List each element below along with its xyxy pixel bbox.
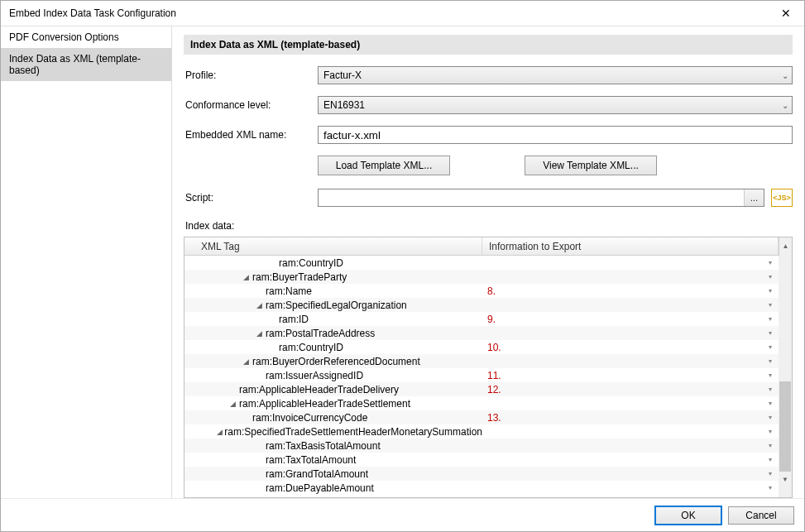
info-cell[interactable]: ▾ — [482, 298, 779, 312]
conformance-select[interactable]: EN16931 ⌄ — [318, 96, 793, 114]
xml-tag-cell: ◢ram:BuyerOrderReferencedDocument — [184, 354, 482, 368]
titlebar: Embed Index Data Task Configuration ✕ — [1, 1, 804, 26]
table-row[interactable]: ram:IssuerAssignedID11.▾ — [184, 368, 779, 382]
dropdown-icon[interactable]: ▾ — [765, 259, 775, 266]
dropdown-icon[interactable]: ▾ — [765, 386, 775, 393]
table-row[interactable]: ◢ram:SpecifiedLegalOrganization▾ — [184, 298, 779, 312]
info-cell[interactable]: ▾ — [482, 256, 779, 270]
dropdown-icon[interactable]: ▾ — [765, 428, 775, 435]
dropdown-icon[interactable]: ▾ — [765, 414, 775, 421]
dropdown-icon[interactable]: ▾ — [765, 357, 775, 365]
edit-script-button[interactable]: <JS> — [771, 189, 793, 207]
sidebar-item-index-data-xml[interactable]: Index Data as XML (template-based) — [1, 48, 171, 81]
xml-tag-cell: ram:Name — [184, 284, 482, 298]
scroll-up-button[interactable]: ▲ — [779, 237, 792, 256]
info-cell[interactable]: ▾ — [482, 424, 779, 439]
info-cell[interactable]: 8.▾ — [482, 284, 779, 298]
close-button[interactable]: ✕ — [767, 1, 804, 26]
table-row[interactable]: ram:ApplicableHeaderTradeDelivery12.▾ — [184, 382, 779, 396]
xml-tag-cell: ◢ram:PostalTradeAddress — [184, 326, 482, 340]
table-row[interactable]: ram:DuePayableAmount▾ — [184, 481, 779, 495]
xml-tag-cell: ram:CountryID — [184, 256, 482, 270]
xml-tag-text: ram:BuyerOrderReferencedDocument — [252, 356, 420, 367]
table-row[interactable]: ram:Name8.▾ — [184, 284, 779, 298]
table-row[interactable]: ◢ram:SpecifiedTradeSettlementHeaderMonet… — [184, 424, 779, 439]
browse-button[interactable]: … — [744, 189, 764, 206]
tree-toggle-icon[interactable]: ◢ — [254, 301, 264, 309]
table-row[interactable]: ram:CountryID10.▾ — [184, 340, 779, 354]
load-template-button[interactable]: Load Template XML... — [318, 156, 450, 175]
scroll-thumb[interactable] — [779, 381, 791, 472]
cancel-button[interactable]: Cancel — [728, 506, 794, 525]
profile-select[interactable]: Factur-X ⌄ — [318, 66, 793, 84]
table-row[interactable]: ram:InvoiceCurrencyCode13.▾ — [184, 410, 779, 424]
tree-toggle-icon[interactable]: ◢ — [241, 273, 251, 281]
vertical-scrollbar[interactable]: ▼ — [779, 256, 792, 497]
xml-tag-cell: ◢ram:SpecifiedLegalOrganization — [184, 298, 482, 312]
table-row[interactable]: ram:ID9.▾ — [184, 312, 779, 326]
info-cell[interactable]: ▾ — [482, 396, 779, 410]
xmlname-input[interactable] — [318, 126, 793, 144]
table-row[interactable]: ram:CountryID▾ — [184, 256, 779, 270]
ellipsis-icon: … — [750, 194, 759, 203]
dropdown-icon[interactable]: ▾ — [765, 400, 775, 407]
table-row[interactable]: ram:TaxTotalAmount▾ — [184, 453, 779, 467]
ok-button[interactable]: OK — [655, 506, 721, 525]
xml-tag-text: ram:PostalTradeAddress — [266, 328, 375, 339]
table-row[interactable]: ◢ram:PostalTradeAddress▾ — [184, 326, 779, 340]
info-cell[interactable]: ▾ — [482, 270, 779, 284]
dropdown-icon[interactable]: ▾ — [765, 470, 775, 477]
script-input[interactable] — [319, 189, 744, 206]
dropdown-icon[interactable]: ▾ — [765, 442, 775, 449]
info-cell[interactable]: ▾ — [482, 326, 779, 340]
table-row[interactable]: ◢ram:BuyerOrderReferencedDocument▾ — [184, 354, 779, 368]
table-row[interactable]: ◢ram:ApplicableHeaderTradeSettlement▾ — [184, 396, 779, 410]
grid-body: ram:CountryID▾◢ram:BuyerTradeParty▾ram:N… — [184, 256, 792, 497]
info-cell[interactable]: ▾ — [482, 481, 779, 495]
dropdown-icon[interactable]: ▾ — [765, 273, 775, 280]
table-row[interactable]: ◢ram:BuyerTradeParty▾ — [184, 270, 779, 284]
tree-toggle-icon[interactable]: ◢ — [217, 428, 223, 436]
xml-tag-cell: ◢ram:ApplicableHeaderTradeSettlement — [184, 396, 482, 410]
xml-tag-text: ram:IssuerAssignedID — [266, 370, 363, 381]
column-header-xml-tag[interactable]: XML Tag — [184, 237, 482, 255]
table-row[interactable]: ram:TaxBasisTotalAmount▾ — [184, 439, 779, 453]
dropdown-icon[interactable]: ▾ — [765, 371, 775, 379]
sidebar-item-pdf-conversion[interactable]: PDF Conversion Options — [1, 26, 171, 48]
scroll-down-button[interactable]: ▼ — [779, 472, 792, 486]
sidebar-item-label: Index Data as XML (template-based) — [9, 53, 141, 76]
tree-toggle-icon[interactable]: ◢ — [241, 357, 251, 366]
info-cell[interactable]: 9.▾ — [482, 312, 779, 326]
info-value: 8. — [487, 285, 496, 297]
close-icon: ✕ — [781, 7, 791, 20]
index-data-grid: XML Tag Information to Export ▲ ram:Coun… — [184, 237, 793, 498]
conformance-label: Conformance level: — [184, 99, 318, 111]
column-header-info[interactable]: Information to Export — [482, 237, 779, 255]
dropdown-icon[interactable]: ▾ — [765, 456, 775, 463]
dropdown-icon[interactable]: ▾ — [765, 343, 775, 351]
dropdown-icon[interactable]: ▾ — [765, 329, 775, 337]
tree-toggle-icon[interactable]: ◢ — [228, 400, 237, 408]
xml-tag-text: ram:Name — [266, 285, 312, 297]
table-row[interactable]: ram:GrandTotalAmount▾ — [184, 467, 779, 481]
dropdown-icon[interactable]: ▾ — [765, 315, 775, 323]
xml-tag-cell: ram:DuePayableAmount — [184, 481, 482, 495]
info-cell[interactable]: 11.▾ — [482, 368, 779, 382]
info-cell[interactable]: ▾ — [482, 439, 779, 453]
info-cell[interactable]: 13.▾ — [482, 410, 779, 424]
xml-tag-text: ram:ApplicableHeaderTradeDelivery — [239, 384, 399, 395]
conformance-row: Conformance level: EN16931 ⌄ — [184, 96, 793, 114]
view-template-button[interactable]: View Template XML... — [525, 156, 657, 175]
info-cell[interactable]: ▾ — [482, 467, 779, 481]
dropdown-icon[interactable]: ▾ — [765, 301, 775, 309]
info-cell[interactable]: ▾ — [482, 453, 779, 467]
info-cell[interactable]: ▾ — [482, 354, 779, 368]
xml-tag-text: ram:BuyerTradeParty — [252, 271, 347, 283]
info-cell[interactable]: 10.▾ — [482, 340, 779, 354]
dropdown-icon[interactable]: ▾ — [765, 287, 775, 295]
dropdown-icon[interactable]: ▾ — [765, 484, 775, 491]
tree-toggle-icon[interactable]: ◢ — [254, 329, 264, 338]
xmlname-label: Embedded XML name: — [184, 129, 318, 141]
xml-tag-text: ram:SpecifiedLegalOrganization — [266, 300, 407, 311]
info-cell[interactable]: 12.▾ — [482, 382, 779, 396]
